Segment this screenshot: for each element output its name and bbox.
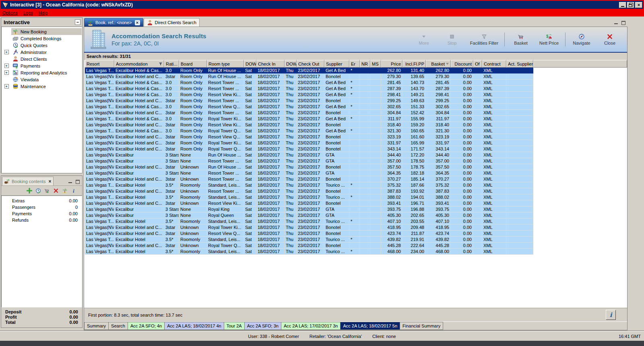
- navigate-button[interactable]: Navigate: [568, 33, 595, 46]
- expand-icon[interactable]: +: [4, 70, 9, 75]
- minimize-icon[interactable]: [619, 2, 626, 8]
- menu-logs[interactable]: Logs: [23, 10, 33, 15]
- bottom-tab-acc-2a-las-18-02-2017-4n[interactable]: Acc 2A LAS; 18/02/2017 4n: [165, 322, 224, 330]
- sidebar-item-quick-quotes[interactable]: Quick Quotes: [2, 42, 82, 49]
- close-button[interactable]: Close: [597, 33, 623, 46]
- menu-options[interactable]: Options: [2, 10, 18, 15]
- table-row[interactable]: Las Vegas(NV)Excalibur3 StarsNoneRoyal K…: [85, 206, 533, 212]
- table-row[interactable]: Las Vegas T...Excalibur Hotel & Cas...3.…: [85, 128, 533, 134]
- table-row[interactable]: Las Vegas T...Excalibur Hotel & Cas...3.…: [85, 92, 533, 98]
- pane-maximize-icon[interactable]: [74, 179, 81, 184]
- table-row[interactable]: Las Vegas T...Excalibur Hotel & Cas...3.…: [85, 68, 533, 74]
- col-rating[interactable]: Rati...: [164, 60, 179, 68]
- table-row[interactable]: Las Vegas T...Excalibur Hotel3.5*Roomonl…: [85, 182, 533, 188]
- col-contract[interactable]: Contract: [482, 60, 506, 68]
- sidebar-item-reporting-and-analytics[interactable]: +Reporting and Analytics: [2, 69, 82, 76]
- col-dow_out[interactable]: DOW: [285, 60, 297, 68]
- sidebar-item-direct-clients[interactable]: Direct Clients: [2, 56, 82, 62]
- add-button[interactable]: [27, 187, 32, 193]
- info-button[interactable]: i: [71, 187, 76, 193]
- table-row[interactable]: Las Vegas T...Excalibur Hotel & Cas...3.…: [85, 116, 533, 122]
- booking-contents-tab[interactable]: Booking contents ×: [2, 177, 54, 185]
- table-row[interactable]: Las Vegas T...Excalibur Hotel & Cas...3.…: [85, 86, 533, 92]
- table-row[interactable]: Las Vegas(NV)Excalibur Hotel and C...3st…: [85, 200, 533, 206]
- table-row[interactable]: Las Vegas(NV)Excalibur3 StarsNoneRun Of …: [85, 152, 533, 158]
- table-row[interactable]: Las Vegas(NV)Excalibur3 StarsNoneResort …: [85, 170, 533, 176]
- tab-direct-clients-search[interactable]: Direct Clients Search: [144, 18, 200, 27]
- menu-help[interactable]: Help: [39, 10, 48, 15]
- tab-close-icon[interactable]: ×: [135, 20, 140, 25]
- table-row[interactable]: Las Vegas(NV)Excalibur Hotel and C...3st…: [85, 164, 533, 170]
- table-row[interactable]: Las Vegas(NV)Excalibur Hotel and C...3st…: [85, 224, 533, 231]
- bottom-tab-acc-2a-las-18-02-2017-5n[interactable]: Acc 2A LAS; 18/02/2017 5n: [341, 322, 400, 330]
- pane-minimize-icon[interactable]: [67, 179, 73, 184]
- table-row[interactable]: Las Vegas T...Excalibur Hotel3.5*Roomonl…: [85, 194, 533, 200]
- col-basket[interactable]: Basket: [426, 60, 451, 68]
- new-booking-palm-button[interactable]: [62, 187, 68, 193]
- col-incl_fl_pp[interactable]: Incl.Fl.PP: [402, 60, 426, 68]
- restore-icon[interactable]: [627, 2, 634, 8]
- table-row[interactable]: Las Vegas(NV)Excalibur Hotel and C...3st…: [85, 98, 533, 104]
- bottom-tab-tour-2a[interactable]: Tour 2A: [224, 322, 245, 330]
- col-er[interactable]: Er: [349, 60, 360, 68]
- sidebar-item-new-booking[interactable]: New Booking: [2, 28, 82, 35]
- expand-icon[interactable]: +: [4, 84, 9, 89]
- col-check_in[interactable]: Check In: [256, 60, 285, 68]
- basket-button[interactable]: Basket: [508, 33, 534, 46]
- table-row[interactable]: Las Vegas T...Excalibur Hotel & Cas...3.…: [85, 104, 533, 110]
- col-ms[interactable]: MS: [370, 60, 381, 68]
- table-row[interactable]: Las Vegas(NV)Excalibur Hotel and C...3st…: [85, 134, 533, 140]
- col-accommodation[interactable]: Accommodation: [114, 60, 164, 68]
- table-row[interactable]: Las Vegas T...Excalibur Hotel3.5*Roomonl…: [85, 237, 533, 243]
- expand-icon[interactable]: +: [4, 50, 9, 54]
- col-room_type[interactable]: Room type: [207, 60, 244, 68]
- col-board[interactable]: Board: [179, 60, 207, 68]
- col-supplier[interactable]: Supplier: [324, 60, 349, 68]
- sidebar-item-administrator[interactable]: +Administrator: [2, 49, 82, 56]
- col-check_out[interactable]: Check Out: [297, 60, 324, 68]
- bottom-tab-summary[interactable]: Summary: [84, 322, 109, 330]
- bottom-tab-acc-2a-sfo-3n[interactable]: Acc 2A SFO; 3n: [245, 322, 281, 330]
- table-row[interactable]: Las Vegas(NV)Excalibur Hotel and C...3st…: [85, 231, 533, 237]
- main-pane-maximize-icon[interactable]: [620, 20, 627, 25]
- table-row[interactable]: Las Vegas(NV)Excalibur Hotel and C...3st…: [85, 146, 533, 152]
- col-act_supplier[interactable]: Act. Supplier: [506, 60, 533, 68]
- table-row[interactable]: Las Vegas(NV)Excalibur Hotel and C...3st…: [85, 176, 533, 182]
- close-window-icon[interactable]: ×: [635, 2, 642, 8]
- table-row[interactable]: Las Vegas(NV)Excalibur Hotel and C...3st…: [85, 188, 533, 194]
- facilities-filter-button[interactable]: Facilities Filter: [467, 33, 502, 46]
- main-pane-minimize-icon[interactable]: [613, 20, 619, 25]
- col-resort[interactable]: Resort: [85, 60, 114, 68]
- collapse-panel-icon[interactable]: −: [75, 19, 80, 25]
- bottom-tab-financial-summary[interactable]: Financial Summary: [400, 322, 443, 330]
- table-row[interactable]: Las Vegas T...Excalibur Hotel & Cas...3.…: [85, 80, 533, 86]
- col-nr[interactable]: NR: [360, 60, 370, 68]
- sidebar-item-completed-bookings[interactable]: Completed Bookings: [2, 35, 82, 42]
- info-button[interactable]: i: [606, 310, 616, 320]
- availability-button[interactable]: [35, 187, 41, 193]
- booking-contents-close-icon[interactable]: ×: [48, 179, 51, 184]
- sidebar-item-payments[interactable]: +$Payments: [2, 62, 82, 69]
- sidebar-item-viewdata[interactable]: Viewdata: [2, 76, 82, 83]
- table-row[interactable]: Las Vegas T...Excalibur Hotel3.5*Roomonl…: [85, 249, 533, 255]
- bottom-tab-search[interactable]: Search: [109, 322, 128, 330]
- table-row[interactable]: Las Vegas(NV)Excalibur Hotel and C...3st…: [85, 122, 533, 128]
- col-price[interactable]: Price: [381, 60, 402, 68]
- move-to-basket-button[interactable]: [44, 187, 50, 193]
- expand-icon[interactable]: +: [4, 64, 9, 68]
- table-row[interactable]: Las Vegas(NV)Excalibur Hotel and C...3st…: [85, 140, 533, 146]
- table-row[interactable]: Las Vegas T...Excalibur Hotel3.5*Roomonl…: [85, 218, 533, 224]
- table-row[interactable]: Las Vegas(NV)Excalibur3 StarsNoneResort …: [85, 158, 533, 164]
- sidebar-item-maintenance[interactable]: +Maintenance: [2, 83, 82, 90]
- nett-price-button[interactable]: $Nett Price: [536, 33, 562, 46]
- delete-button[interactable]: [53, 187, 59, 193]
- table-row[interactable]: Las Vegas(NV)Excalibur Hotel and C...3st…: [85, 110, 533, 116]
- tab-book-ref-none[interactable]: Book. ref.: <none>×: [84, 18, 143, 27]
- col-discount[interactable]: Discount: [451, 60, 473, 68]
- col-of[interactable]: Of: [473, 60, 482, 68]
- table-row[interactable]: Las Vegas(NV)Excalibur Hotel and C...3st…: [85, 74, 533, 80]
- table-row[interactable]: Las Vegas(NV)Excalibur Hotel and C...3st…: [85, 243, 533, 249]
- col-dow_in[interactable]: DOW: [244, 60, 256, 68]
- table-row[interactable]: Las Vegas(NV)Excalibur3 StarsNoneRoyal Q…: [85, 212, 533, 218]
- bottom-tab-acc-2a-sfo-4n[interactable]: Acc 2A SFO; 4n: [128, 322, 165, 330]
